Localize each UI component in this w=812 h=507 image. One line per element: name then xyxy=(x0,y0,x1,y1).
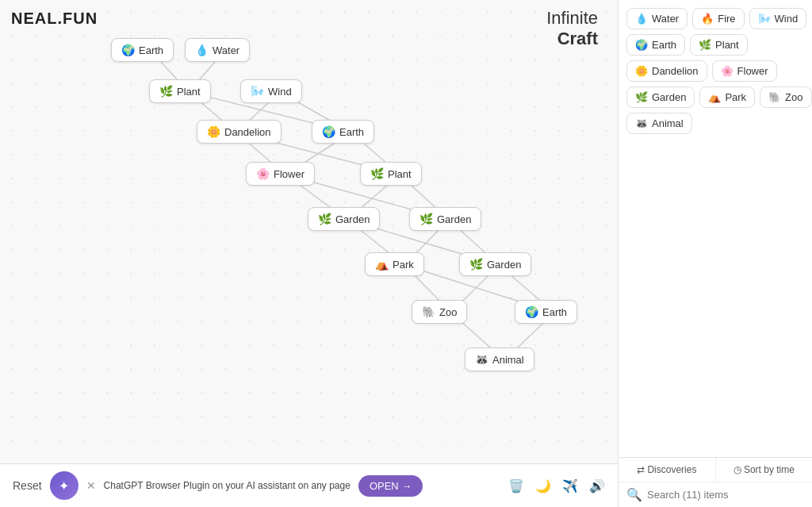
search-input[interactable] xyxy=(647,489,804,501)
ad-content: ✦ ✕ ChatGPT Browser Plugin on your AI as… xyxy=(50,471,500,500)
sidebar-row-3: 🌿Garden⛺Park🐘Zoo xyxy=(626,86,804,108)
n7-emoji: 🌸 xyxy=(256,167,270,180)
node-n13[interactable]: 🐘Zoo xyxy=(412,300,467,324)
sidebar-item-dandelion[interactable]: 🌼Dandelion xyxy=(626,60,707,82)
chatgpt-icon: ✦ xyxy=(59,478,69,494)
node-n12[interactable]: 🌿Garden xyxy=(459,252,531,276)
n8-emoji: 🌿 xyxy=(370,167,384,180)
sidebar-item-flower[interactable]: 🌸Flower xyxy=(712,60,777,82)
node-n11[interactable]: ⛺Park xyxy=(365,252,424,276)
earth-label: Earth xyxy=(652,39,676,51)
plant-label: Plant xyxy=(715,39,739,51)
n15-emoji: 🦝 xyxy=(475,353,488,366)
n9-emoji: 🌿 xyxy=(318,213,331,225)
sidebar-item-fire[interactable]: 🔥Fire xyxy=(692,8,744,29)
n4-label: Wind xyxy=(268,86,292,98)
n7-label: Flower xyxy=(274,168,304,180)
bottom-icons: 🗑️ 🌙 ✈️ 🔊 xyxy=(508,478,605,494)
ad-open-button[interactable]: OPEN → xyxy=(358,475,423,497)
n14-emoji: 🌍 xyxy=(525,305,538,318)
n11-label: Park xyxy=(393,259,414,271)
delete-icon[interactable]: 🗑️ xyxy=(508,478,524,494)
water-emoji: 💧 xyxy=(635,13,648,25)
n12-emoji: 🌿 xyxy=(469,258,483,271)
n2-emoji: 💧 xyxy=(195,44,209,56)
discoveries-button[interactable]: ⇄ Discoveries xyxy=(619,458,716,482)
n6-label: Earth xyxy=(339,126,364,138)
n12-label: Garden xyxy=(487,259,521,271)
n9-label: Garden xyxy=(335,213,370,225)
sidebar-item-park[interactable]: ⛺Park xyxy=(699,86,755,108)
flower-emoji: 🌸 xyxy=(721,65,733,77)
moon-icon[interactable]: 🌙 xyxy=(535,478,551,494)
node-n15[interactable]: 🦝Animal xyxy=(465,348,534,371)
zoo-emoji: 🐘 xyxy=(768,91,781,103)
sidebar-row-0: 💧Water🔥Fire🌬️Wind xyxy=(626,8,804,29)
n4-emoji: 🌬️ xyxy=(251,85,264,98)
garden-label: Garden xyxy=(652,91,686,103)
n13-emoji: 🐘 xyxy=(422,305,435,318)
ad-bar: Reset ✦ ✕ ChatGPT Browser Plugin on your… xyxy=(0,463,618,507)
sidebar-item-earth[interactable]: 🌍Earth xyxy=(626,34,685,56)
n3-emoji: 🌿 xyxy=(159,85,173,98)
zoo-label: Zoo xyxy=(785,91,802,103)
fire-emoji: 🔥 xyxy=(701,13,714,25)
node-n8[interactable]: 🌿Plant xyxy=(360,162,422,186)
ad-text: ChatGPT Browser Plugin on your AI assist… xyxy=(104,480,350,491)
node-n6[interactable]: 🌍Earth xyxy=(312,120,374,144)
n1-label: Earth xyxy=(139,44,163,56)
sidebar-item-animal[interactable]: 🦝Animal xyxy=(626,113,692,134)
sidebar-row-2: 🌼Dandelion🌸Flower xyxy=(626,60,804,82)
n6-emoji: 🌍 xyxy=(322,125,335,138)
sidebar-item-wind[interactable]: 🌬️Wind xyxy=(749,8,807,29)
n14-label: Earth xyxy=(542,306,567,318)
craft-canvas: 🌍Earth💧Water🌿Plant🌬️Wind🌼Dandelion🌍Earth… xyxy=(0,0,618,463)
sidebar-row-4: 🦝Animal xyxy=(626,113,804,134)
sidebar-item-garden[interactable]: 🌿Garden xyxy=(626,86,695,108)
n10-label: Garden xyxy=(437,213,471,225)
sidebar-item-plant[interactable]: 🌿Plant xyxy=(690,34,748,56)
share-icon[interactable]: ✈️ xyxy=(562,478,578,494)
n3-label: Plant xyxy=(177,86,201,98)
discoveries-bar: ⇄ Discoveries ◷ Sort by time xyxy=(619,458,812,482)
sound-icon[interactable]: 🔊 xyxy=(589,478,605,494)
fire-label: Fire xyxy=(718,13,735,25)
n5-emoji: 🌼 xyxy=(207,125,220,138)
garden-emoji: 🌿 xyxy=(635,91,648,103)
n15-label: Animal xyxy=(492,354,524,366)
dandelion-emoji: 🌼 xyxy=(635,65,648,77)
node-n9[interactable]: 🌿Garden xyxy=(308,207,380,231)
node-n10[interactable]: 🌿Garden xyxy=(409,207,481,231)
earth-emoji: 🌍 xyxy=(635,39,648,51)
node-n2[interactable]: 💧Water xyxy=(185,38,250,62)
sidebar: 💧Water🔥Fire🌬️Wind🌍Earth🌿Plant🌼Dandelion🌸… xyxy=(618,0,812,468)
flower-label: Flower xyxy=(737,65,768,77)
n5-label: Dandelion xyxy=(224,126,271,138)
node-n14[interactable]: 🌍Earth xyxy=(515,300,577,324)
node-n1[interactable]: 🌍Earth xyxy=(111,38,174,62)
node-n4[interactable]: 🌬️Wind xyxy=(240,79,302,103)
node-n7[interactable]: 🌸Flower xyxy=(246,162,315,186)
sidebar-row-1: 🌍Earth🌿Plant xyxy=(626,34,804,56)
plant-emoji: 🌿 xyxy=(699,39,711,51)
sidebar-item-zoo[interactable]: 🐘Zoo xyxy=(760,86,811,108)
search-icon: 🔍 xyxy=(626,487,642,502)
reset-button[interactable]: Reset xyxy=(13,479,42,492)
sidebar-bottom: ⇄ Discoveries ◷ Sort by time 🔍 xyxy=(618,457,812,507)
n8-label: Plant xyxy=(388,168,412,180)
connections-svg xyxy=(0,0,618,463)
animal-label: Animal xyxy=(652,117,684,129)
n11-emoji: ⛺ xyxy=(375,258,389,271)
node-n5[interactable]: 🌼Dandelion xyxy=(197,120,282,144)
ad-icon: ✦ xyxy=(50,471,79,500)
sidebar-item-water[interactable]: 💧Water xyxy=(626,8,688,29)
n10-emoji: 🌿 xyxy=(419,213,433,225)
n1-emoji: 🌍 xyxy=(121,44,135,56)
sort-button[interactable]: ◷ Sort by time xyxy=(716,458,813,482)
node-n3[interactable]: 🌿Plant xyxy=(149,79,211,103)
animal-emoji: 🦝 xyxy=(635,117,648,129)
ad-close-button[interactable]: ✕ xyxy=(86,479,96,492)
n2-label: Water xyxy=(213,44,239,56)
dandelion-label: Dandelion xyxy=(652,65,699,77)
wind-emoji: 🌬️ xyxy=(758,13,771,25)
